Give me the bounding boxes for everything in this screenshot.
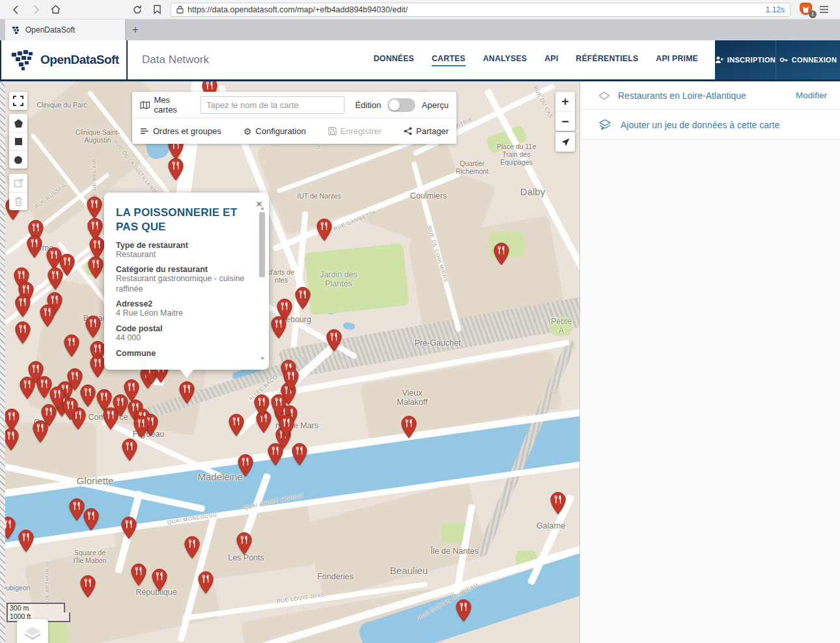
- nav-item-donn-es[interactable]: DONNÉES: [374, 54, 414, 66]
- popup-scrollbar[interactable]: ▲ ▼: [259, 206, 266, 361]
- restaurant-marker[interactable]: [133, 415, 149, 439]
- back-button[interactable]: [7, 2, 26, 18]
- nav-item-api-prime[interactable]: API PRIME: [656, 54, 698, 66]
- restaurant-marker[interactable]: [80, 384, 96, 407]
- restaurant-marker[interactable]: [295, 286, 311, 310]
- nav-item-analyses[interactable]: ANALYSES: [483, 54, 527, 66]
- restaurant-marker[interactable]: [494, 242, 509, 266]
- draw-rectangle-button[interactable]: [9, 132, 27, 150]
- bookmark-icon[interactable]: [147, 2, 167, 18]
- login-button[interactable]: CONNEXION: [776, 40, 840, 79]
- restaurant-marker[interactable]: [238, 454, 253, 477]
- brand-logo[interactable]: OpenDataSoft: [0, 40, 128, 79]
- map-name-input[interactable]: [201, 96, 344, 114]
- restaurant-marker[interactable]: [326, 329, 342, 352]
- restaurant-marker[interactable]: [40, 304, 55, 327]
- zoom-in-button[interactable]: +: [555, 92, 575, 111]
- restaurant-marker[interactable]: [198, 571, 214, 594]
- signup-button[interactable]: INSCRIPTION: [715, 40, 776, 79]
- basemap-switcher-button[interactable]: [17, 619, 48, 643]
- restaurant-marker[interactable]: [18, 529, 34, 553]
- scroll-up-icon[interactable]: ▲: [259, 206, 266, 210]
- restaurant-marker[interactable]: [456, 599, 471, 622]
- restaurant-marker[interactable]: [90, 355, 105, 378]
- restaurant-marker[interactable]: [550, 491, 566, 515]
- scrollbar-thumb[interactable]: [259, 212, 265, 277]
- nav-item-cartes[interactable]: CARTES: [432, 54, 466, 66]
- popup-field: Code postal44 000: [116, 324, 252, 344]
- gear-icon: ⚙: [244, 126, 252, 137]
- restaurant-marker[interactable]: [168, 157, 184, 181]
- field-value: Restaurant: [116, 250, 252, 260]
- browser-tab[interactable]: OpenDataSoft: [5, 20, 126, 40]
- nav-item-api[interactable]: API: [544, 54, 558, 66]
- restaurant-marker[interactable]: [83, 508, 99, 531]
- dataset-layer-name[interactable]: Restaurants en Loire-Atlantique: [618, 90, 746, 101]
- restaurant-marker[interactable]: [254, 394, 270, 417]
- restaurant-marker[interactable]: [236, 532, 252, 555]
- configuration-button[interactable]: ⚙ Configuration: [244, 126, 306, 137]
- forward-button[interactable]: [26, 2, 46, 18]
- restaurant-marker[interactable]: [283, 368, 299, 391]
- modify-link[interactable]: Modifier: [796, 90, 827, 100]
- layers-icon: [23, 625, 42, 642]
- restaurant-marker[interactable]: [15, 321, 31, 344]
- restaurant-marker[interactable]: [121, 516, 137, 540]
- delete-shape-button[interactable]: [9, 192, 27, 210]
- privacy-badger-icon[interactable]: 1: [800, 3, 814, 17]
- restaurant-marker[interactable]: [292, 443, 307, 466]
- share-button[interactable]: Partager: [404, 126, 449, 136]
- restaurant-marker[interactable]: [20, 376, 35, 400]
- restaurant-marker[interactable]: [316, 218, 332, 241]
- draw-polygon-button[interactable]: [9, 114, 27, 132]
- menu-icon[interactable]: [814, 2, 833, 18]
- new-tab-button[interactable]: +: [126, 20, 145, 40]
- scroll-down-icon[interactable]: ▼: [259, 356, 266, 361]
- lock-icon: [176, 5, 184, 14]
- restaurant-marker[interactable]: [152, 568, 167, 592]
- restaurant-marker[interactable]: [48, 267, 63, 290]
- add-dataset-link[interactable]: Ajouter un jeu de données à cette carte: [621, 120, 779, 130]
- dataset-layer-row[interactable]: Restaurants en Loire-Atlantique Modifier: [580, 81, 840, 110]
- restaurant-marker[interactable]: [63, 397, 78, 420]
- reload-button[interactable]: [128, 2, 147, 18]
- save-button[interactable]: Enregistrer: [328, 126, 382, 136]
- restaurant-marker[interactable]: [113, 394, 128, 417]
- restaurant-marker[interactable]: [271, 394, 287, 417]
- edition-preview-toggle[interactable]: [387, 98, 415, 112]
- nav-item-r-f-rentiels[interactable]: RÉFÉRENTIELS: [576, 54, 638, 66]
- restaurant-marker[interactable]: [15, 294, 31, 318]
- orders-groups-button[interactable]: Ordres et groupes: [140, 126, 221, 136]
- zoom-out-button[interactable]: −: [555, 111, 575, 131]
- restaurant-marker[interactable]: [80, 575, 96, 598]
- restaurant-marker[interactable]: [88, 256, 104, 279]
- edit-shape-button[interactable]: [9, 174, 27, 192]
- restaurant-marker[interactable]: [271, 316, 287, 339]
- add-dataset-row[interactable]: Ajouter un jeu de données à cette carte: [580, 110, 840, 140]
- url-bar[interactable]: https://data.opendatasoft.com/map/+efb4a…: [171, 3, 791, 17]
- feature-popup: × LA POISSONNERIE ET PAS QUE Type de res…: [104, 193, 269, 370]
- restaurant-marker[interactable]: [122, 438, 137, 461]
- restaurant-marker[interactable]: [3, 428, 19, 451]
- draw-circle-button[interactable]: [9, 150, 27, 169]
- my-maps-button[interactable]: Mes cartes: [140, 95, 194, 115]
- restaurant-marker[interactable]: [279, 415, 294, 438]
- restaurant-marker[interactable]: [64, 334, 79, 357]
- restaurant-marker[interactable]: [33, 420, 48, 443]
- restaurant-marker[interactable]: [184, 536, 200, 559]
- restaurant-marker[interactable]: [85, 315, 101, 338]
- restaurant-marker[interactable]: [27, 235, 42, 258]
- restaurant-marker[interactable]: [87, 196, 102, 219]
- restaurant-marker[interactable]: [131, 563, 147, 586]
- locate-button[interactable]: [555, 132, 575, 152]
- restaurant-marker[interactable]: [179, 381, 195, 404]
- restaurant-marker[interactable]: [268, 443, 283, 466]
- home-button[interactable]: [46, 2, 65, 18]
- restaurant-marker[interactable]: [69, 498, 85, 521]
- map-canvas[interactable]: Clinique du ParcClinique Saint- Augustin…: [0, 81, 580, 643]
- fullscreen-button[interactable]: [9, 92, 27, 110]
- restaurant-marker[interactable]: [401, 415, 417, 439]
- restaurant-marker[interactable]: [229, 413, 244, 437]
- browser-toolbar: https://data.opendatasoft.com/map/+efb4a…: [0, 0, 840, 20]
- site-header: OpenDataSoft Data Network DONNÉESCARTESA…: [0, 40, 840, 81]
